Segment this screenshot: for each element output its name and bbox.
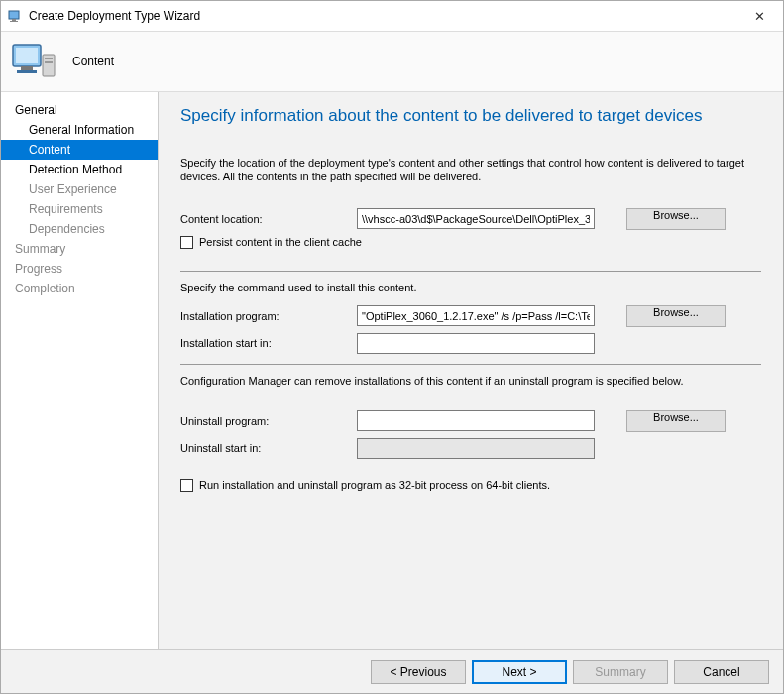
nav-item-user-exp[interactable]: User Experience [1,179,158,199]
app-icon [7,8,23,24]
install-program-input[interactable] [357,305,595,326]
svg-rect-2 [10,21,18,22]
nav-item-content[interactable]: Content [1,140,158,160]
header-band: Content [1,31,783,92]
svg-rect-8 [45,58,53,59]
svg-rect-0 [9,11,19,19]
content-pane: Specify information about the content to… [159,92,783,649]
persist-label: Persist content in the client cache [199,236,362,248]
next-button[interactable]: Next > [472,660,567,684]
nav-item-completion[interactable]: Completion [1,279,158,298]
computer-icon [11,41,58,82]
window-title: Create Deployment Type Wizard [29,9,741,23]
divider [180,364,761,365]
page-header-title: Content [72,55,114,68]
cancel-button[interactable]: Cancel [674,660,769,684]
nav-item-dependencies[interactable]: Dependencies [1,219,158,239]
install-program-label: Installation program: [180,310,357,322]
persist-checkbox[interactable] [180,236,193,249]
uninstall-program-input[interactable] [357,410,595,431]
browse-uninstall-button[interactable]: Browse... [626,410,726,432]
browse-content-button[interactable]: Browse... [626,208,726,230]
titlebar: Create Deployment Type Wizard ✕ [1,1,783,31]
browse-install-button[interactable]: Browse... [626,305,726,327]
svg-rect-9 [45,61,53,63]
content-location-input[interactable] [357,208,595,229]
uninstall-start-label: Uninstall start in: [180,442,357,454]
content-title: Specify information about the content to… [180,106,761,126]
svg-rect-4 [16,48,38,63]
content-location-label: Content location: [180,213,357,225]
nav-item-requirements[interactable]: Requirements [1,199,158,219]
install-start-input[interactable] [357,333,595,354]
nav-item-general[interactable]: General [1,100,158,120]
install-start-label: Installation start in: [180,337,357,349]
body: GeneralGeneral InformationContentDetecti… [1,92,783,649]
svg-rect-1 [12,19,16,21]
nav-item-detection[interactable]: Detection Method [1,160,158,179]
nav-item-progress[interactable]: Progress [1,259,158,279]
summary-button: Summary [573,660,668,684]
uninstall-program-label: Uninstall program: [180,415,357,427]
uninstall-instruction: Configuration Manager can remove install… [180,375,761,387]
divider [180,271,761,272]
wizard-window: Create Deployment Type Wizard ✕ Content … [0,0,784,694]
content-description: Specify the location of the deployment t… [180,156,761,184]
sidebar: GeneralGeneral InformationContentDetecti… [1,92,159,649]
run32bit-label: Run installation and uninstall program a… [199,479,550,491]
svg-rect-5 [21,66,33,70]
close-button[interactable]: ✕ [741,9,777,24]
svg-rect-6 [17,70,37,73]
run32bit-checkbox[interactable] [180,479,193,492]
nav-item-general-info[interactable]: General Information [1,120,158,140]
install-instruction: Specify the command used to install this… [180,282,761,293]
previous-button[interactable]: < Previous [371,660,466,684]
nav-item-summary[interactable]: Summary [1,239,158,259]
uninstall-start-input [357,438,595,459]
footer-bar: < Previous Next > Summary Cancel [1,649,783,693]
